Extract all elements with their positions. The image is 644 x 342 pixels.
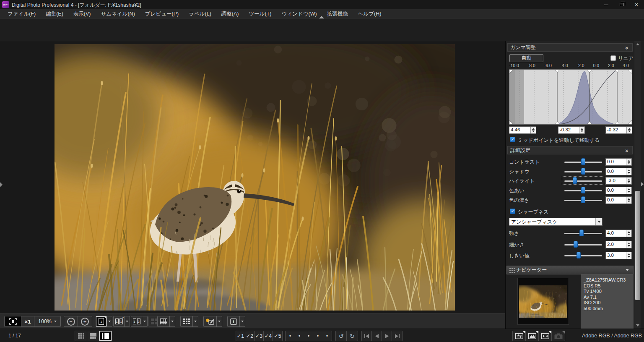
saturation-value[interactable]: 0.0 [605,196,632,204]
split-view-button[interactable]: 1 2 [131,316,142,326]
rating-2-button[interactable]: ✓2 [245,331,254,341]
strength-slider[interactable] [564,229,602,238]
dropdown-button[interactable] [595,218,602,225]
contrast-slider[interactable] [564,158,602,166]
spinner-buttons[interactable] [626,230,631,237]
restore-button[interactable] [614,0,629,9]
fineness-value[interactable]: 2.0 [605,241,632,248]
auto-button[interactable]: 自動 [509,54,543,62]
contrast-value[interactable]: 0.0 [605,158,632,166]
strength-value[interactable]: 4.0 [605,230,632,237]
edit-tools-dropdown[interactable] [216,316,222,326]
gamma-right-value[interactable]: -0.32 [605,126,632,134]
sharpness-checkbox[interactable]: ✓ [510,209,515,214]
menu-item-preview[interactable]: プレビュー(P) [140,9,184,19]
slider-handle[interactable] [574,241,578,248]
rating-dot-button[interactable]: • [286,331,295,341]
spinner-buttons[interactable] [626,159,631,165]
spinner-buttons[interactable] [626,178,631,184]
gamma-section-header[interactable]: ガンマ調整 » [507,43,633,52]
thumbnail-grid-dropdown[interactable] [169,316,175,326]
slider-handle[interactable] [579,230,584,236]
panel-scrollbar[interactable] [634,41,641,329]
menu-item-thumbnail[interactable]: サムネイル(N) [96,9,140,19]
gamma-left-value[interactable]: 4.46 [509,126,536,134]
zoom-in-button[interactable]: + [78,316,92,326]
fit-to-window-button[interactable] [5,316,21,326]
threshold-value[interactable]: 3.0 [605,252,632,259]
left-panel-expander-icon[interactable] [0,182,3,187]
menu-item-extensions[interactable]: 拡張機能 [322,9,353,19]
rating-dot-button[interactable]: • [304,331,313,341]
menu-item-window[interactable]: ウィンドウ(W) [277,9,322,19]
shadow-value[interactable]: 0.0 [605,168,632,175]
tool-palette-button[interactable] [513,331,526,341]
menu-item-help[interactable]: ヘルプ(H) [353,9,387,19]
grid-layout-button[interactable] [75,331,87,341]
menu-item-file[interactable]: ファイル(F) [3,9,41,19]
spinner-buttons[interactable] [626,197,631,204]
rating-1-button[interactable]: ✓1 [236,331,245,341]
navigator-thumbnail-frame[interactable] [517,278,569,325]
compare-view-button[interactable]: 1 1 * [114,316,124,326]
menu-item-label[interactable]: ラベル(L) [184,9,216,19]
highlight-slider[interactable] [564,177,602,185]
toolbar-collapse-arrow-icon[interactable] [319,16,324,18]
single-view-button[interactable]: 1 * [96,316,106,326]
detail-section-header[interactable]: 詳細設定 » [507,146,633,154]
edit-tools-button[interactable] [204,316,216,326]
last-image-button[interactable] [392,331,402,341]
rating-dot-button[interactable]: • [295,331,304,341]
highlight-value[interactable]: -3.0 [605,177,632,185]
rating-5-button[interactable]: ✓5 [273,331,282,341]
scroll-up-button[interactable] [634,41,641,47]
menu-item-edit[interactable]: 編集(E) [41,9,68,19]
hue-slider[interactable] [564,186,602,195]
spinner-buttons[interactable] [626,241,631,248]
minimize-button[interactable] [599,0,614,9]
linear-checkbox[interactable] [610,55,616,61]
spinner-buttons[interactable] [530,127,536,133]
zoom-level-dropdown[interactable]: 100% [34,316,60,326]
midpoint-checkbox[interactable]: ✓ [510,137,515,142]
info-dropdown[interactable] [239,316,245,326]
slider-handle[interactable] [576,252,581,258]
zoom-out-button[interactable]: − [64,316,78,326]
spinner-buttons[interactable] [626,187,631,194]
single-view-dropdown[interactable] [106,316,112,326]
slider-handle[interactable] [581,187,585,193]
previous-image-button[interactable] [372,331,382,341]
split-view-dropdown[interactable] [142,316,147,326]
menu-item-tools[interactable]: ツール(T) [244,9,276,19]
threshold-slider[interactable] [564,251,602,260]
contact-sheet-button[interactable] [181,316,192,326]
spinner-buttons[interactable] [626,168,631,175]
hue-value[interactable]: 0.0 [605,187,632,194]
next-image-button[interactable] [382,331,392,341]
thumbnail-grid-button[interactable] [158,316,169,326]
slider-handle[interactable] [573,177,577,184]
preview-image[interactable] [55,44,455,311]
rating-dot-button[interactable]: • [313,331,322,341]
slider-handle[interactable] [581,168,585,175]
collapse-chevron-icon[interactable]: » [624,149,631,152]
rotate-right-button[interactable]: ↻ [347,331,358,341]
gamma-mid-value[interactable]: -0.32 [558,126,585,134]
contact-sheet-dropdown[interactable] [192,316,198,326]
gamma-histogram[interactable] [509,69,632,125]
sharpness-mode-dropdown[interactable]: アンシャープマスク [509,218,602,226]
menu-item-view[interactable]: 表示(V) [68,9,96,19]
rating-dot-button[interactable]: • [322,331,332,341]
right-panel-expander-icon[interactable] [641,182,644,186]
slider-handle[interactable] [581,158,585,165]
fineness-slider[interactable] [564,240,602,249]
zoom-1to1-button[interactable]: ×1 [21,316,34,326]
spinner-buttons[interactable] [626,252,631,259]
spinner-buttons[interactable] [579,127,584,133]
menu-item-adjustment[interactable]: 調整(A) [216,9,244,19]
scrollbar-thumb[interactable] [635,191,640,300]
scroll-down-button[interactable] [634,322,641,329]
histogram-palette-button[interactable] [526,331,539,341]
edit-layout-button[interactable] [99,331,112,341]
saturation-slider[interactable] [564,196,602,204]
